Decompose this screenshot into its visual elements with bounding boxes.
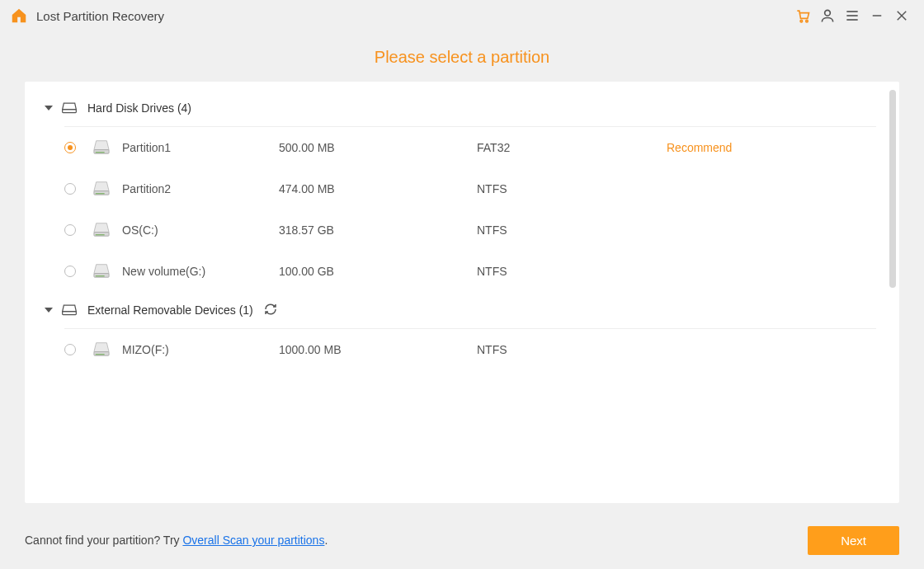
footer-text: Cannot find your partition? Try Overall …	[25, 534, 328, 547]
svg-rect-10	[94, 149, 109, 153]
home-icon[interactable]	[10, 7, 28, 25]
close-button[interactable]	[889, 3, 914, 28]
svg-rect-11	[96, 152, 105, 153]
minimize-button[interactable]	[865, 3, 889, 28]
partition-name: MIZO(F:)	[122, 343, 279, 356]
external-drive-section-icon	[61, 302, 78, 319]
partition-name: OS(C:)	[122, 223, 279, 237]
partition-size: 1000.00 MB	[279, 343, 477, 356]
partition-panel: Hard Disk Drives (4) Partition1 500.00 M…	[25, 82, 899, 503]
titlebar: Lost Partition Recovery	[0, 0, 924, 31]
chevron-down-icon	[45, 308, 53, 313]
page-heading: Please select a partition	[0, 31, 924, 82]
partition-fs: NTFS	[477, 343, 667, 356]
overall-scan-link[interactable]: Overall Scan your partitions	[182, 534, 324, 547]
svg-point-1	[806, 20, 808, 21]
partition-fs: NTFS	[477, 223, 667, 237]
section-header-hdd[interactable]: Hard Disk Drives (4)	[41, 90, 876, 126]
partition-fs: FAT32	[477, 141, 667, 154]
cart-icon[interactable]	[790, 3, 815, 28]
svg-rect-14	[94, 232, 109, 236]
radio-button[interactable]	[64, 142, 76, 153]
user-icon[interactable]	[815, 3, 840, 28]
drive-icon	[92, 341, 111, 360]
footer-prefix: Cannot find your partition? Try	[25, 534, 182, 547]
svg-rect-17	[96, 275, 105, 276]
menu-icon[interactable]	[840, 3, 865, 28]
partition-row[interactable]: New volume(G:) 100.00 GB NTFS	[41, 251, 876, 292]
section-header-external[interactable]: External Removable Devices (1)	[41, 292, 876, 328]
partition-name: Partition1	[122, 141, 279, 154]
scrollbar-thumb[interactable]	[889, 90, 896, 288]
recommend-tag: Recommend	[667, 141, 732, 154]
partition-size: 500.00 MB	[279, 141, 477, 154]
hard-drive-section-icon	[61, 100, 78, 117]
partition-row[interactable]: Partition2 474.00 MB NTFS	[41, 168, 876, 209]
section-label: External Removable Devices (1)	[87, 303, 253, 317]
partition-row[interactable]: OS(C:) 318.57 GB NTFS	[41, 209, 876, 251]
svg-rect-15	[96, 234, 105, 235]
svg-rect-12	[94, 190, 109, 195]
section-label: Hard Disk Drives (4)	[87, 101, 191, 115]
radio-button[interactable]	[64, 344, 76, 355]
next-button[interactable]: Next	[808, 526, 899, 555]
drive-icon	[92, 262, 111, 281]
window-title: Lost Partition Recovery	[36, 9, 164, 23]
svg-rect-13	[96, 193, 105, 194]
svg-rect-16	[94, 273, 109, 277]
partition-size: 474.00 MB	[279, 182, 477, 195]
partition-name: Partition2	[122, 182, 279, 195]
footer-suffix: .	[324, 534, 328, 547]
footer: Cannot find your partition? Try Overall …	[0, 511, 924, 569]
svg-point-0	[800, 20, 803, 21]
radio-button[interactable]	[64, 224, 76, 236]
drive-icon	[92, 180, 111, 199]
drive-icon	[92, 139, 111, 158]
svg-rect-18	[63, 311, 77, 314]
svg-rect-19	[94, 351, 109, 355]
svg-point-2	[825, 10, 831, 16]
refresh-icon[interactable]	[263, 302, 278, 319]
partition-name: New volume(G:)	[122, 265, 279, 278]
partition-size: 100.00 GB	[279, 265, 477, 278]
svg-rect-9	[63, 109, 77, 112]
drive-icon	[92, 221, 111, 240]
partition-row[interactable]: MIZO(F:) 1000.00 MB NTFS	[41, 329, 876, 370]
partition-size: 318.57 GB	[279, 223, 477, 237]
chevron-down-icon	[45, 106, 53, 111]
partition-fs: NTFS	[477, 182, 667, 195]
svg-rect-20	[96, 354, 105, 355]
partition-row[interactable]: Partition1 500.00 MB FAT32 Recommend	[41, 127, 876, 168]
partition-fs: NTFS	[477, 265, 667, 278]
radio-button[interactable]	[64, 183, 76, 195]
radio-button[interactable]	[64, 266, 76, 277]
